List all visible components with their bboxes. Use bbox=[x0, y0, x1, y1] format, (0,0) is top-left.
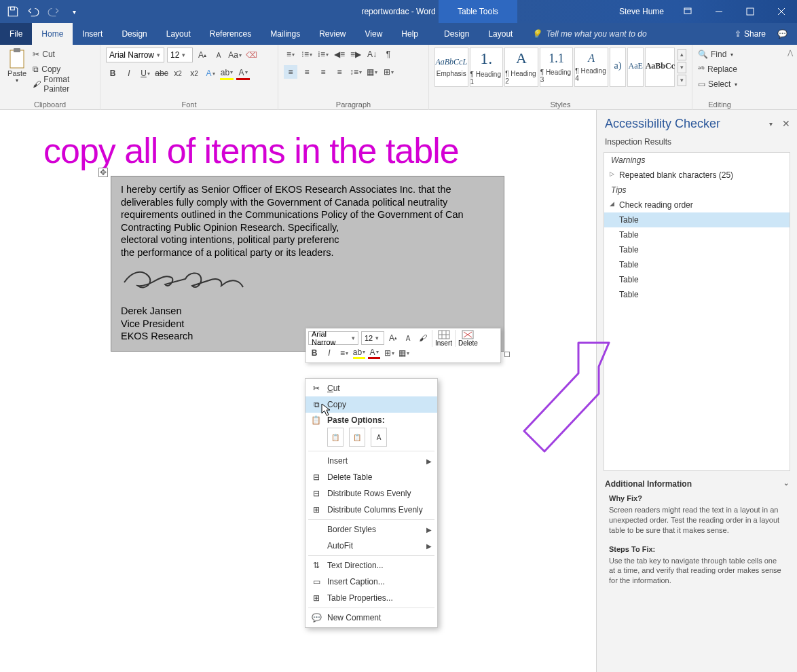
table-issue-2[interactable]: Table bbox=[604, 227, 790, 242]
pane-close-icon[interactable]: ✕ bbox=[782, 118, 790, 129]
style-extra3[interactable]: AaBbCc bbox=[645, 48, 675, 87]
save-icon[interactable] bbox=[7, 5, 19, 18]
paste-text-only-icon[interactable]: A bbox=[371, 428, 387, 447]
clear-format-icon[interactable]: ⌫ bbox=[244, 48, 258, 62]
text-effects-icon[interactable]: A▾ bbox=[204, 67, 217, 80]
show-marks-icon[interactable]: ¶ bbox=[382, 48, 395, 61]
mini-delete-button[interactable]: Delete bbox=[455, 330, 478, 347]
subscript-button[interactable]: x2 bbox=[171, 67, 185, 80]
line-spacing-icon[interactable]: ↕≡▾ bbox=[349, 65, 363, 79]
mini-highlight-icon[interactable]: ab▾ bbox=[353, 347, 365, 359]
bold-button[interactable]: B bbox=[106, 67, 119, 80]
ctx-new-comment[interactable]: 💬New Comment bbox=[305, 610, 437, 626]
expand-icon[interactable]: ▷ bbox=[610, 170, 614, 177]
table-cell[interactable]: I hereby certify as Senior Officer of EK… bbox=[111, 176, 504, 352]
font-name-combo[interactable]: Arial Narrow▾ bbox=[106, 48, 164, 62]
styles-up-icon[interactable]: ▴ bbox=[678, 49, 686, 60]
tip-check-order[interactable]: ◢Check reading order bbox=[604, 198, 790, 212]
share-button[interactable]: ⇪Share bbox=[735, 29, 766, 39]
cut-button[interactable]: ✂Cut bbox=[33, 48, 94, 61]
table-move-handle[interactable]: ✥ bbox=[98, 168, 108, 177]
format-painter-button[interactable]: 🖌Format Painter bbox=[33, 77, 94, 91]
user-name[interactable]: Steve Hume bbox=[619, 7, 664, 16]
tab-mailings[interactable]: Mailings bbox=[261, 23, 310, 45]
align-left-icon[interactable]: ≡ bbox=[284, 65, 297, 79]
close-button[interactable] bbox=[766, 0, 797, 23]
decrease-indent-icon[interactable]: ◀≡ bbox=[333, 48, 346, 61]
ctx-dist-cols[interactable]: ⊞Distribute Columns Evenly bbox=[305, 502, 437, 518]
font-size-combo[interactable]: 12▾ bbox=[167, 48, 193, 62]
ctx-insert-caption[interactable]: ▭Insert Caption... bbox=[305, 574, 437, 590]
tab-file[interactable]: File bbox=[0, 23, 32, 45]
redo-icon[interactable] bbox=[48, 5, 60, 18]
mini-fmtpaint-icon[interactable]: 🖌 bbox=[417, 332, 429, 344]
select-button[interactable]: ▭Select▾ bbox=[698, 77, 741, 91]
style-heading4[interactable]: A¶ Heading 4 bbox=[574, 48, 608, 87]
align-right-icon[interactable]: ≡ bbox=[316, 65, 330, 79]
align-center-icon[interactable]: ≡ bbox=[300, 65, 314, 79]
qat-customize-icon[interactable]: ▾ bbox=[68, 5, 80, 18]
ctx-cut[interactable]: ✂Cut bbox=[305, 380, 437, 396]
ctx-table-properties[interactable]: ⊞Table Properties... bbox=[305, 590, 437, 606]
style-extra2[interactable]: AaE bbox=[627, 48, 644, 87]
style-extra1[interactable]: a) bbox=[610, 48, 626, 87]
table-issue-1[interactable]: Table bbox=[604, 212, 790, 227]
styles-more-icon[interactable]: ▾ bbox=[678, 75, 686, 86]
ctx-delete-table[interactable]: ⊟Delete Table bbox=[305, 469, 437, 485]
shrink-font-icon[interactable]: A bbox=[212, 48, 225, 62]
mini-bold-button[interactable]: B bbox=[308, 347, 320, 359]
tab-home[interactable]: Home bbox=[32, 23, 73, 45]
bullets-icon[interactable]: ≡▾ bbox=[284, 48, 297, 61]
ctx-insert[interactable]: Insert▶ bbox=[305, 453, 437, 469]
ctx-autofit[interactable]: AutoFit▶ bbox=[305, 538, 437, 554]
mini-ruler-icon[interactable]: ⊞▾ bbox=[383, 347, 395, 359]
paste-merge-icon[interactable]: 📋 bbox=[349, 428, 365, 447]
superscript-button[interactable]: x2 bbox=[187, 67, 201, 80]
font-color-icon[interactable]: A▾ bbox=[236, 67, 250, 80]
tab-table-layout[interactable]: Layout bbox=[479, 23, 522, 45]
undo-icon[interactable] bbox=[27, 5, 39, 18]
style-heading3[interactable]: 1.1¶ Heading 3 bbox=[540, 48, 574, 87]
mini-border-icon[interactable]: ▦▾ bbox=[398, 347, 410, 359]
borders-icon[interactable]: ⊞▾ bbox=[382, 65, 395, 79]
tab-help[interactable]: Help bbox=[392, 23, 428, 45]
increase-indent-icon[interactable]: ≡▶ bbox=[349, 48, 363, 61]
ctx-border-styles[interactable]: Border Styles▶ bbox=[305, 521, 437, 538]
tab-view[interactable]: View bbox=[356, 23, 392, 45]
tab-references[interactable]: References bbox=[200, 23, 261, 45]
additional-info-header[interactable]: Additional Information⌄ bbox=[597, 472, 797, 491]
justify-icon[interactable]: ≡ bbox=[333, 65, 346, 79]
style-heading1[interactable]: 1.¶ Heading 1 bbox=[470, 48, 504, 87]
warning-repeated-blanks[interactable]: ▷Repeated blank characters (25) bbox=[604, 168, 790, 183]
minimize-button[interactable] bbox=[703, 0, 735, 23]
underline-button[interactable]: U▾ bbox=[138, 67, 152, 80]
table-issue-4[interactable]: Table bbox=[604, 257, 790, 272]
ctx-copy[interactable]: ⧉Copy bbox=[305, 396, 437, 413]
sort-icon[interactable]: A↓ bbox=[365, 48, 379, 61]
maximize-button[interactable] bbox=[735, 0, 766, 23]
numbering-icon[interactable]: ⁝≡▾ bbox=[300, 48, 314, 61]
italic-button[interactable]: I bbox=[122, 67, 136, 80]
shading-icon[interactable]: ▦▾ bbox=[365, 65, 379, 79]
copy-button[interactable]: ⧉Copy bbox=[33, 62, 94, 76]
grow-font-icon[interactable]: A▴ bbox=[196, 48, 209, 62]
highlight-icon[interactable]: ab▾ bbox=[220, 67, 234, 80]
change-case-icon[interactable]: Aa▾ bbox=[228, 48, 242, 62]
tab-design[interactable]: Design bbox=[112, 23, 156, 45]
style-heading2[interactable]: A¶ Heading 2 bbox=[504, 48, 538, 87]
paste-keep-source-icon[interactable]: 📋 bbox=[327, 428, 344, 447]
mini-italic-button[interactable]: I bbox=[323, 347, 335, 359]
mini-size-combo[interactable]: 12▾ bbox=[361, 331, 384, 345]
tell-me[interactable]: 💡Tell me what you want to do bbox=[532, 29, 646, 39]
table-resize-handle[interactable] bbox=[504, 352, 510, 357]
table-issue-6[interactable]: Table bbox=[604, 287, 790, 302]
table-issue-5[interactable]: Table bbox=[604, 272, 790, 287]
collapse-ribbon-icon[interactable]: ⋀ bbox=[787, 49, 793, 56]
tab-layout[interactable]: Layout bbox=[157, 23, 200, 45]
mini-align-icon[interactable]: ≡▾ bbox=[338, 347, 350, 359]
mini-font-combo[interactable]: Arial Narrow▾ bbox=[308, 331, 358, 345]
mini-fontcolor-icon[interactable]: A▾ bbox=[368, 347, 380, 359]
document-area[interactable]: copy all of items in the table ✥ I hereb… bbox=[0, 110, 596, 672]
pane-options-icon[interactable]: ▾ bbox=[769, 120, 773, 128]
replace-button[interactable]: ᵃᵇReplace bbox=[698, 62, 741, 76]
